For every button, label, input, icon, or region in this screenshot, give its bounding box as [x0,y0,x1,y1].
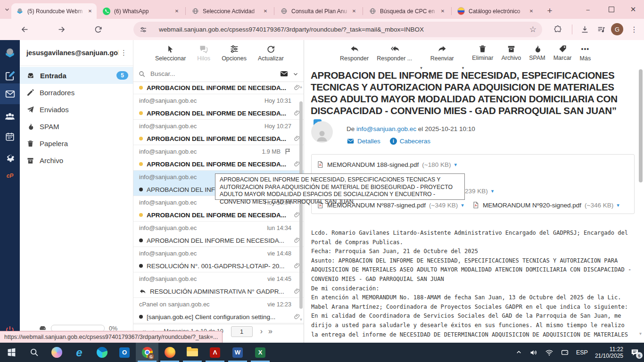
message-subject-row[interactable]: RESOLUCIÓN N°. 001-GADPRSJ-LOTAIP- 20... [133,260,304,272]
flag-icon[interactable] [284,148,291,155]
message-meta-row[interactable]: info@sanjuan.gob.ec lun 14:34 [133,222,304,234]
options-button[interactable]: Opciones [222,44,247,62]
window-minimize-button[interactable]: – [577,0,599,19]
sender-email-link[interactable]: info@sanjuan.gob.ec [356,125,416,132]
mark-button[interactable]: Marcar [553,44,572,61]
taskbar-search-icon[interactable] [23,343,45,362]
page-number-input[interactable]: 1 [231,326,253,337]
message-meta-row[interactable]: cPanel on sanjuan.gob.ec vie 12:23 [133,298,304,311]
forward-button[interactable] [54,22,68,36]
attachment-menu-caret-icon[interactable]: ▾ [461,202,464,208]
threads-button[interactable]: Hilos [197,44,210,62]
list-scroll-up-icon[interactable]: ▴ [300,84,302,89]
edge-icon[interactable] [91,343,113,362]
site-settings-icon[interactable] [139,25,148,34]
archive-button[interactable]: Archivo [501,44,521,61]
sidebar-item-borradores[interactable]: Borradores [20,84,133,101]
spam-button[interactable]: SPAM [529,44,545,61]
media-controls-icon[interactable] [594,22,608,36]
sidebar-item-archivo[interactable]: Archivo [20,152,133,169]
reader-scrollbar-thumb[interactable] [639,69,643,182]
downloads-icon[interactable] [578,22,592,36]
tray-chevron-up-icon[interactable] [515,349,522,356]
tab-close-icon[interactable]: ✕ [262,8,269,15]
internet-explorer-icon[interactable]: e [68,343,91,362]
settings-gear-icon[interactable] [0,148,20,166]
attachment-item[interactable]: MEMORANDUM 188-signed.pdf (~180 KB) ▾ [316,158,457,171]
extensions-icon[interactable] [551,22,565,36]
search-scope-icon[interactable] [280,69,289,78]
list-scroll-down-icon[interactable]: ▾ [300,317,302,322]
tab-whatsapp[interactable]: (6) WhatsApp ✕ [98,3,183,19]
file-explorer-icon[interactable] [181,343,204,362]
last-page-button[interactable]: » [265,327,275,336]
tab-close-icon[interactable]: ✕ [350,8,358,15]
account-menu-icon[interactable]: ⋮ [118,49,129,57]
firefox-icon[interactable] [158,343,181,362]
new-tab-button[interactable]: + [543,4,556,17]
window-maximize-button[interactable] [601,0,622,19]
contacts-nav-icon[interactable] [0,107,20,126]
tab-busqueda-cpc[interactable]: Búsqueda de CPC en ✕ [364,3,449,19]
tab-consulta-plan[interactable]: Consulta del Plan Anu ✕ [275,3,361,19]
word-icon[interactable]: W [226,343,249,362]
address-bar[interactable]: webmail.sanjuan.gob.ec/cpsess9740179367/… [133,22,542,37]
sidebar-item-papelera[interactable]: Papelera [20,135,133,152]
clock[interactable]: 11:22 21/10/2025 [595,346,623,359]
cpanel-icon[interactable]: cP [0,166,20,185]
tab-close-icon[interactable]: ✕ [439,8,446,15]
calendar-nav-icon[interactable] [0,127,20,146]
tab-search-chevron-icon[interactable] [4,6,10,13]
message-subject-row[interactable]: APROBACION DEL INFORME DE NECESIDA... [133,234,304,247]
message-subject-row[interactable]: APROBACION DEL INFORME DE NECESIDA... [133,158,304,171]
excel-icon[interactable]: X [249,343,272,362]
cast-icon[interactable] [561,348,569,357]
message-subject-row[interactable]: RESOLUCIÓN ADMINISTRATIVA N° GADPR... [133,285,304,298]
message-meta-row[interactable]: info@sanjuan.gob.ec 1.9 MB [133,145,304,158]
sidebar-item-entrada[interactable]: Entrada 5 [20,67,133,84]
delete-button[interactable]: Eliminar [472,44,493,61]
next-page-button[interactable]: › [257,327,265,336]
tab-roundcube[interactable]: (5) Roundcube Webm ✕ [11,3,97,19]
tab-seleccione-actividad[interactable]: Seleccione Actividad ✕ [187,3,272,19]
bookmark-star-icon[interactable]: ☆ [529,25,537,34]
select-button[interactable]: Seleccionar [155,45,186,62]
wifi-icon[interactable] [545,348,553,357]
message-subject-row[interactable]: APROBACION DEL INFORME DE NECESIDA... [133,82,304,94]
url-text[interactable]: webmail.sanjuan.gob.ec/cpsess9740179367/… [159,26,529,33]
attachment-menu-caret-icon[interactable]: ▾ [491,188,494,194]
acrobat-icon[interactable]: Λ [204,343,226,362]
compose-button[interactable] [0,66,20,85]
language-indicator[interactable]: ESP [576,349,588,356]
browser-menu-icon[interactable]: ⋮ [627,22,641,36]
tab-close-icon[interactable]: ✕ [528,8,535,15]
attachment-menu-caret-icon[interactable]: ▾ [454,162,457,168]
back-button[interactable] [17,22,32,36]
search-options-chevron-icon[interactable] [292,71,299,77]
volume-icon[interactable] [529,348,538,357]
sidebar-item-enviados[interactable]: Enviados [20,101,133,118]
mail-nav-icon[interactable] [0,83,20,104]
tab-catalogo[interactable]: Catálogo electrónico ✕ [453,3,538,19]
message-subject-row[interactable]: [sanjuan.gob.ec] Client configuration se… [133,311,304,323]
profile-avatar[interactable]: G [610,22,624,36]
headers-link[interactable]: iCabeceras [390,138,430,145]
message-subject-row[interactable]: APROBACION DEL INFORME DE NECESIDA... [133,132,304,145]
tab-close-icon[interactable]: ✕ [173,8,181,15]
notifications-icon[interactable]: 5 [630,348,639,357]
reply-all-button[interactable]: Responder ... [377,44,412,62]
start-button[interactable] [0,343,23,362]
attachment-menu-caret-icon[interactable]: ▾ [617,202,619,208]
tab-close-icon[interactable]: ✕ [86,8,94,15]
reply-button[interactable]: Responder [340,44,369,62]
message-meta-row[interactable]: info@sanjuan.gob.ec Hoy 10:27 [133,120,304,132]
sidebar-item-spam[interactable]: SPAM [20,118,133,135]
message-meta-row[interactable]: info@sanjuan.gob.ec vie 14:48 [133,247,304,260]
details-link[interactable]: Detalles [347,137,380,145]
message-subject-row[interactable]: APROBACION DEL INFORME DE NECESIDA... [133,107,304,120]
forward-button[interactable]: Reenviar [430,44,454,62]
message-meta-row[interactable]: info@sanjuan.gob.ec Hoy 10:31 [133,94,304,107]
outlook-icon[interactable]: O [113,343,136,362]
search-input[interactable] [149,70,276,78]
reader-scroll-down-icon[interactable]: ▾ [639,331,642,336]
